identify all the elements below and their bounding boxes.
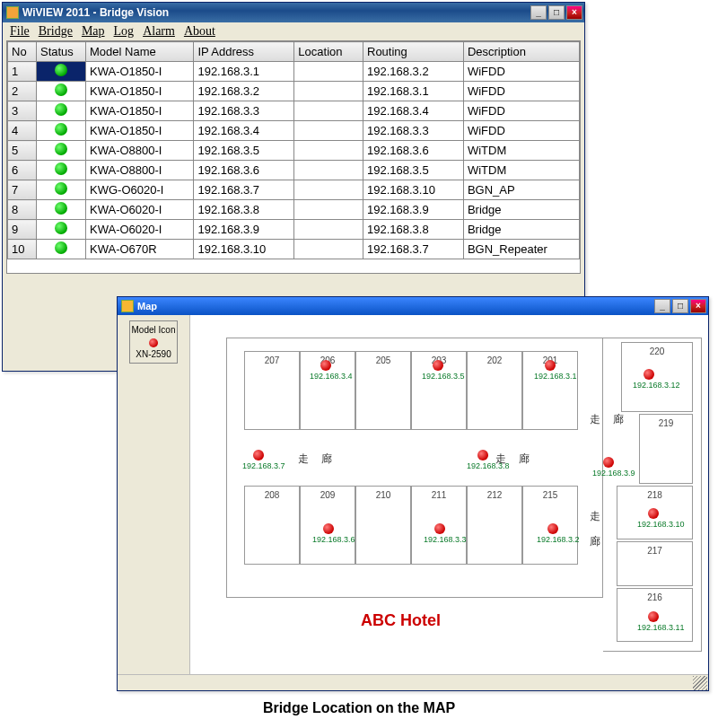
titlebar[interactable]: WiVIEW 2011 - Bridge Vision _ □ × <box>3 3 584 18</box>
main-window: WiVIEW 2011 - Bridge Vision _ □ × File B… <box>2 2 585 18</box>
minimize-button[interactable]: _ <box>530 5 547 18</box>
app-icon <box>6 6 19 18</box>
maximize-button[interactable]: □ <box>548 5 565 18</box>
window-title: WiVIEW 2011 - Bridge Vision <box>22 6 169 18</box>
close-button[interactable]: × <box>566 5 582 18</box>
